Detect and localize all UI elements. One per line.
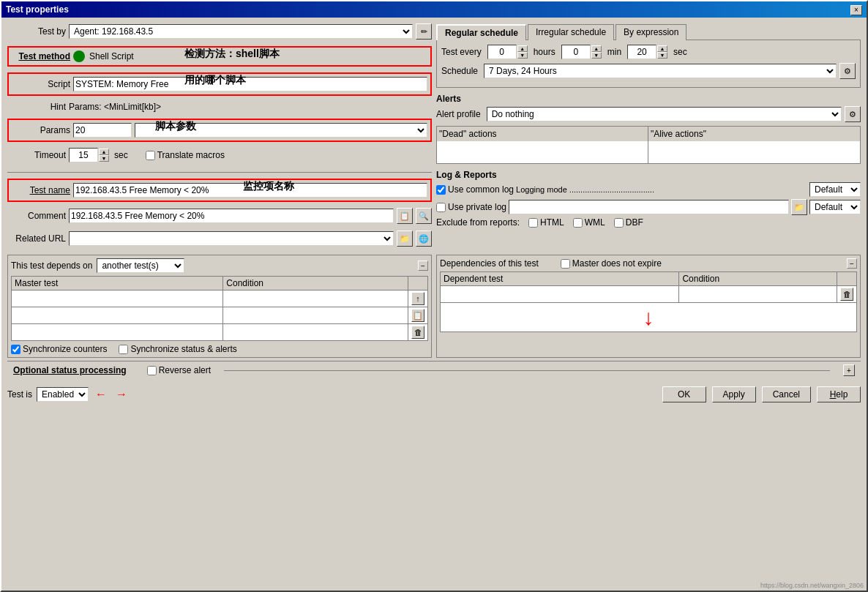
timeout-unit: sec — [114, 150, 128, 160]
arrow-right-button[interactable]: → — [113, 386, 130, 402]
dependent-condition-cell — [679, 286, 837, 303]
hint-row: Hint Params: <MinLimit[kb]> — [7, 102, 432, 112]
private-log-row: Use private log 📁 Default — [436, 199, 861, 215]
log-reports-title: Log & Reports — [436, 170, 861, 180]
alive-actions-label: "Alive actions" — [651, 129, 706, 139]
script-row: Script — [12, 77, 427, 91]
alert-profile-select[interactable]: Do nothing — [487, 107, 842, 121]
schedule-edit-button[interactable]: ⚙ — [839, 63, 856, 79]
private-log-browse-button[interactable]: 📁 — [791, 199, 807, 215]
tab-regular[interactable]: Regular schedule — [436, 24, 526, 40]
right-dependencies-section: Dependencies of this test Master does no… — [436, 255, 861, 358]
arrow-left-button[interactable]: ← — [93, 386, 109, 402]
comment-search-button[interactable]: 🔍 — [416, 208, 432, 224]
hours-up-button[interactable]: ▲ — [517, 45, 528, 52]
master-test-cell-3 — [12, 324, 223, 341]
params-row: Params — [12, 123, 427, 138]
close-button[interactable]: × — [850, 5, 862, 15]
master-action-cell-2: 📋 — [408, 307, 428, 324]
dependent-action-col-header — [837, 272, 857, 286]
timeout-label: Timeout — [7, 150, 66, 160]
optional-status-row: Optional status processing Reverse alert… — [7, 361, 861, 379]
min-up-button[interactable]: ▲ — [591, 45, 602, 52]
use-common-log-label: Use common log — [448, 184, 514, 195]
left-dep-collapse-button[interactable]: − — [418, 261, 428, 271]
hours-label: hours — [534, 47, 555, 57]
test-every-label: Test every — [441, 47, 482, 57]
alert-profile-edit-button[interactable]: ⚙ — [845, 106, 861, 122]
use-common-log-check[interactable] — [436, 185, 446, 195]
schedule-select[interactable]: 7 Days, 24 Hours — [484, 64, 837, 78]
left-dep-title: This test depends on — [11, 261, 92, 271]
private-log-mode-select[interactable]: Default — [809, 200, 861, 214]
wml-check[interactable] — [573, 218, 583, 228]
timeout-input[interactable]: 15 — [69, 148, 98, 162]
related-url-browse-button[interactable]: 📁 — [397, 231, 413, 247]
optional-expand-button[interactable]: + — [843, 364, 855, 376]
apply-button[interactable]: Apply — [712, 386, 756, 402]
params-input[interactable] — [73, 123, 132, 138]
master-copy-button[interactable]: 📋 — [411, 309, 424, 322]
master-delete-button[interactable]: 🗑 — [411, 326, 424, 339]
depends-on-select[interactable]: another test(s) — [97, 258, 184, 273]
html-check[interactable] — [528, 218, 538, 228]
help-label-rest: elp — [836, 389, 848, 400]
reverse-alert-group: Reverse alert — [147, 365, 211, 375]
master-condition-cell — [223, 291, 408, 307]
dbf-check[interactable] — [614, 218, 624, 228]
test-by-edit-button[interactable]: ✏ — [416, 23, 432, 40]
logging-mode-select[interactable]: Default — [809, 182, 861, 197]
comment-edit-button[interactable]: 📋 — [397, 208, 413, 224]
reverse-alert-check[interactable] — [147, 366, 157, 375]
tab-expression[interactable]: By expression — [616, 24, 686, 40]
wml-label: WML — [585, 217, 605, 228]
test-method-label: Test method — [12, 51, 70, 61]
dependent-test-row-2: ↓ — [441, 303, 857, 332]
sync-counters-check[interactable] — [11, 345, 20, 354]
cancel-button[interactable]: Cancel — [762, 386, 811, 402]
test-name-input[interactable] — [73, 183, 427, 198]
sec-input[interactable] — [627, 45, 656, 59]
params-label: Params — [12, 125, 70, 135]
ok-button[interactable]: OK — [662, 386, 706, 402]
translate-macros-check[interactable] — [146, 151, 155, 160]
test-is-select[interactable]: Enabled — [37, 387, 89, 402]
shell-script-icon — [73, 50, 85, 62]
logging-mode-label: Logging mode ...........................… — [516, 185, 807, 194]
min-down-button[interactable]: ▼ — [591, 52, 602, 59]
timeout-up-button[interactable]: ▲ — [99, 149, 109, 155]
dependent-empty-cell: ↓ — [441, 303, 857, 332]
private-log-input[interactable] — [509, 200, 789, 214]
min-input[interactable] — [561, 45, 591, 59]
sync-status-check[interactable] — [119, 345, 128, 354]
master-up-button[interactable]: ↑ — [411, 292, 424, 305]
dependent-delete-button[interactable]: 🗑 — [840, 288, 853, 301]
master-action-cell-3: 🗑 — [408, 324, 428, 341]
timeout-down-button[interactable]: ▼ — [99, 155, 109, 162]
exclude-reports-label: Exclude from reports: — [436, 217, 520, 228]
master-not-expire-check[interactable] — [561, 259, 570, 269]
common-log-row: Use common log Logging mode ............… — [436, 182, 861, 197]
comment-input[interactable] — [69, 209, 394, 223]
help-button[interactable]: Help — [817, 386, 861, 402]
right-dep-collapse-button[interactable]: − — [847, 258, 857, 269]
use-private-log-check[interactable] — [436, 203, 446, 212]
script-input[interactable] — [73, 77, 427, 91]
related-url-row: Related URL 📁 🌐 — [7, 231, 432, 247]
sync-options: Synchronize counters Synchronize status … — [11, 344, 428, 354]
hours-input[interactable] — [487, 45, 517, 59]
params-select[interactable] — [135, 123, 427, 138]
alerts-title: Alerts — [436, 94, 861, 104]
sec-down-button[interactable]: ▼ — [657, 52, 667, 59]
master-test-row-3: 🗑 — [12, 324, 428, 341]
master-test-row-2: 📋 — [12, 307, 428, 324]
script-label: Script — [12, 79, 70, 89]
related-url-open-button[interactable]: 🌐 — [416, 231, 432, 247]
related-url-select[interactable] — [69, 231, 394, 246]
hours-down-button[interactable]: ▼ — [517, 52, 528, 59]
left-dep-header: This test depends on another test(s) − — [11, 258, 428, 273]
sec-label: sec — [673, 47, 687, 57]
test-by-select[interactable]: Agent: 192.168.43.5 — [69, 24, 413, 39]
tab-irregular[interactable]: Irregular schedule — [528, 24, 614, 40]
sec-up-button[interactable]: ▲ — [657, 45, 667, 52]
